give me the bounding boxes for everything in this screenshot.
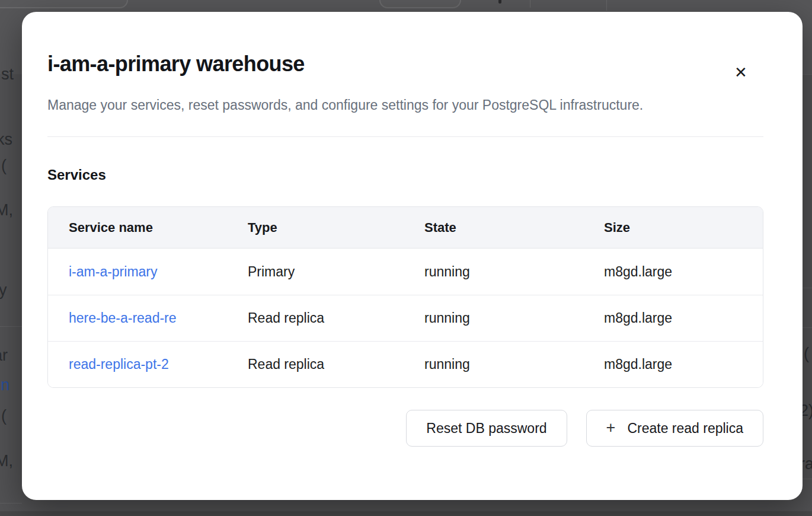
dialog-title: i-am-a-primary warehouse: [47, 51, 803, 77]
bg-rule: [803, 74, 812, 75]
bg-rule: [0, 326, 22, 327]
service-size: m8gd.large: [583, 264, 763, 280]
table-row: here-be-a-read-re Read replica running m…: [48, 295, 763, 341]
bg-text-fragment: M,: [0, 453, 13, 469]
bg-topbar-button-left: [0, 0, 128, 8]
bg-text-fragment: ar: [0, 348, 8, 364]
services-heading: Services: [47, 166, 803, 184]
bg-text-fragment: ks: [0, 132, 12, 148]
service-state: running: [404, 356, 583, 372]
table-row: read-replica-pt-2 Read replica running m…: [48, 341, 763, 387]
reset-db-password-label: Reset DB password: [426, 421, 546, 437]
table-header-row: Service name Type State Size: [48, 207, 763, 249]
column-header-service-name: Service name: [48, 220, 227, 235]
create-read-replica-button[interactable]: + Create read replica: [586, 410, 763, 447]
warehouse-dialog: ✕ i-am-a-primary warehouse Manage your s…: [22, 12, 803, 500]
column-header-state: State: [404, 220, 583, 235]
bg-topbar-button-right: [379, 0, 461, 8]
service-type: Read replica: [227, 356, 404, 372]
close-icon[interactable]: ✕: [730, 62, 752, 83]
bg-text-fragment: M,: [0, 202, 13, 218]
dialog-description: Manage your services, reset passwords, a…: [47, 93, 664, 117]
bg-text-fragment: y: [0, 282, 7, 298]
service-name-link[interactable]: here-be-a-read-re: [69, 310, 209, 326]
dialog-actions: Reset DB password + Create read replica: [47, 410, 763, 447]
bg-rule: [803, 288, 812, 288]
services-table: Service name Type State Size i-am-a-prim…: [47, 206, 763, 388]
bg-text-fragment: (: [1, 158, 7, 174]
service-state: running: [404, 264, 583, 280]
service-type: Primary: [227, 264, 404, 280]
service-name-link[interactable]: read-replica-pt-2: [69, 356, 209, 372]
bg-text-fragment: (: [1, 408, 7, 424]
create-read-replica-label: Create read replica: [627, 421, 743, 437]
bg-rule: [803, 479, 812, 479]
service-name-link[interactable]: i-am-a-primary: [69, 264, 209, 280]
bg-bottom-band: [0, 511, 812, 516]
column-header-size: Size: [583, 220, 763, 235]
column-header-type: Type: [227, 220, 404, 235]
reset-db-password-button[interactable]: Reset DB password: [406, 410, 567, 447]
plus-icon: +: [606, 420, 616, 436]
divider: [47, 136, 763, 137]
service-state: running: [404, 310, 583, 326]
bg-topbar-divider: [606, 0, 607, 11]
service-size: m8gd.large: [583, 356, 763, 372]
bg-text-fragment: (: [804, 346, 809, 362]
service-type: Read replica: [227, 310, 404, 326]
bg-rule: [803, 327, 812, 328]
bg-topbar-divider: [530, 0, 530, 8]
bg-text-fragment: st: [1, 66, 14, 82]
service-size: m8gd.large: [583, 310, 763, 326]
bg-link-fragment: in: [0, 377, 9, 393]
bg-rule: [0, 503, 22, 504]
bg-topbar-dot: [498, 0, 501, 4]
table-row: i-am-a-primary Primary running m8gd.larg…: [48, 249, 763, 295]
